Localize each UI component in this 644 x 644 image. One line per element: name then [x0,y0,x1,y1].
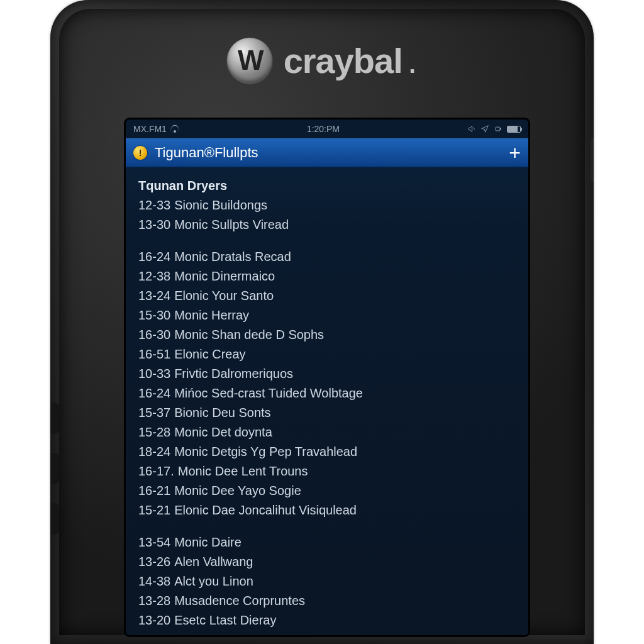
list-item[interactable]: 13-20Esetc Ltast Dieray [138,611,518,630]
list-item[interactable]: 15-37Bionic Deu Sonts [138,403,518,423]
brand-logo-icon: W [227,38,272,83]
item-code: 13-54 [138,535,170,549]
list-item[interactable]: 13-26Alen Vallwang [138,552,518,572]
list-item[interactable]: 12-33Sionic Buildongs [138,196,518,215]
item-text: Monic Shan dede D Sophs [174,328,324,341]
item-code: 10-33 [138,367,170,380]
item-code: 16-24 [138,250,170,264]
list-item[interactable]: 15-28Monic Det doynta [138,423,518,442]
brand-dot: . [408,40,418,81]
item-code: 12-33 [138,198,170,212]
list-item[interactable]: 16-24Monic Dratals Recad [138,247,518,267]
list-item[interactable]: 14-38Alct you Linon [138,572,518,591]
item-text: Mińoc Sed-crast Tuided Wolbtage [174,386,363,400]
item-text: Monic Detgis Yg Pep Travahlead [174,445,357,458]
location-icon [480,125,489,133]
item-text: Bionic Deu Sonts [174,406,270,419]
item-code: 13-30 [138,218,170,231]
item-text: Monic Det doynta [174,425,272,439]
item-code: 13-26 [138,555,170,569]
item-text: Monic Sullpts Viread [174,218,289,231]
device-grip [50,402,59,434]
item-text: Esetc Ltast Dieray [174,613,276,627]
item-text: Elonic Your Santo [174,289,274,303]
item-text: Monic Dee Lent Trouns [178,464,308,478]
item-code: 16-21 [138,484,170,497]
svg-rect-1 [496,127,500,131]
list-item[interactable]: 16-24Mińoc Sed-crast Tuided Wolbtage [138,384,518,403]
list-item[interactable]: 13-28Musadence Corpruntes [138,591,518,611]
list-item[interactable]: 13-24Elonic Your Santo [138,286,518,306]
list-item[interactable]: 10-33Frivtic Dalromeriquos [138,364,518,384]
item-code: 15-28 [138,425,170,439]
item-text: Alct you Linon [174,574,253,588]
item-code: 15-37 [138,406,170,419]
list-item[interactable]: 13-30Monic Sullpts Viread [138,215,518,235]
list-header: ! Tigunan®Flullpts + [126,138,528,167]
brand-bar: W craybal . [50,38,594,83]
item-code: 12-38 [138,269,170,283]
item-text: Alen Vallwang [174,555,253,569]
status-bar: MX.FM1 1:20:PM [126,119,528,138]
item-code: 16-24 [138,386,170,400]
list-item[interactable]: 18-24Monic Detgis Yg Pep Travahlead [138,442,518,462]
svg-rect-2 [501,128,501,130]
item-code: 14-38 [138,574,170,588]
item-code: 18-24 [138,445,170,458]
item-code: 13-20 [138,613,170,627]
battery-icon [507,126,521,133]
add-button[interactable]: + [509,143,521,163]
battery-percent-icon [494,125,502,133]
item-code: 16-51 [138,347,170,361]
item-code: 15-21 [138,503,170,517]
list-item[interactable]: 16-17.Monic Dee Lent Trouns [138,462,518,481]
status-carrier: MX.FM1 [133,124,167,134]
item-text: Monic Dinermaico [174,269,275,283]
brand-name: craybal [284,40,402,81]
svg-line-0 [473,128,475,130]
header-title: Tigunan®Flullpts [155,145,501,161]
fault-list[interactable]: Tqunan Dryers 12-33Sionic Buildongs13-30… [126,167,528,635]
list-item[interactable]: 16-21Monic Dee Yayo Sogie [138,481,518,501]
item-code: 13-24 [138,289,170,303]
item-text: Musadence Corpruntes [174,594,305,608]
device-grip [50,453,59,484]
item-text: Monic Dee Yayo Sogie [174,484,301,497]
item-code: 16-17. [138,464,174,478]
list-item[interactable]: 15-30Monic Herray [138,306,518,325]
list-item[interactable]: 16-30Monic Shan dede D Sophs [138,325,518,345]
screen: MX.FM1 1:20:PM ! Tigunan®Flullpts + Tqun… [126,119,528,635]
item-code: 13-28 [138,594,170,608]
warning-icon: ! [133,146,147,160]
list-item[interactable]: 12-38Monic Dinermaico [138,267,518,286]
list-item[interactable]: 16-51Elonic Creay [138,345,518,364]
device-frame: W craybal . MX.FM1 1:20:PM ! Tigunan®Flu… [50,0,594,644]
wifi-icon [170,125,179,133]
item-text: Sionic Buildongs [174,198,267,212]
item-text: Elonic Creay [174,347,245,361]
device-side-button [590,138,594,182]
item-code: 16-30 [138,328,170,341]
mute-icon [467,125,476,133]
device-grip [50,503,59,535]
item-text: Monic Daire [174,535,242,549]
item-text: Monic Herray [174,308,249,322]
item-text: Monic Dratals Recad [174,250,291,264]
item-text: Frivtic Dalromeriquos [174,367,293,380]
status-time: 1:20:PM [307,124,340,134]
list-item[interactable]: 15-21Elonic Dae Joncalihut Visiqulead [138,501,518,520]
section-heading: Tqunan Dryers [138,176,518,196]
list-item[interactable]: 13-54Monic Daire [138,533,518,552]
item-text: Elonic Dae Joncalihut Visiqulead [174,503,357,517]
item-code: 15-30 [138,308,170,322]
